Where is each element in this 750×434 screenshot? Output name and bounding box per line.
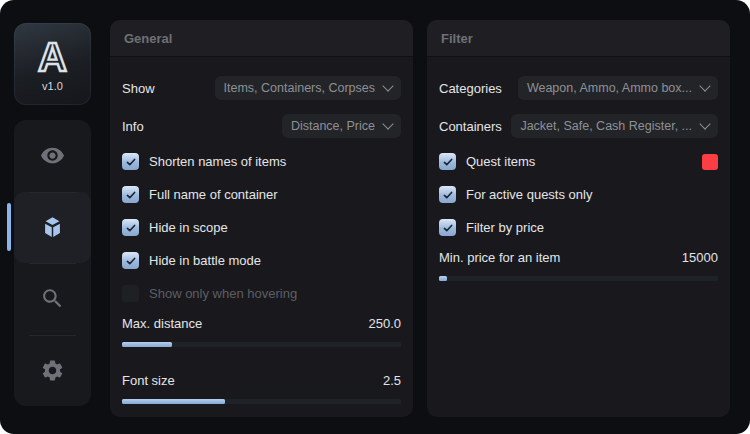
box-icon (40, 215, 65, 240)
info-label: Info (122, 119, 144, 134)
max-distance-label: Max. distance (122, 316, 202, 331)
check-icon (125, 156, 137, 168)
checkbox-label: For active quests only (466, 187, 592, 202)
min-price-slider[interactable] (439, 276, 718, 281)
containers-row: Containers Jacket, Safe, Cash Register, … (439, 107, 718, 145)
font-size-value: 2.5 (383, 373, 401, 388)
categories-row: Categories Weapon, Ammo, Ammo box... (439, 69, 718, 107)
nav-item-search[interactable] (14, 263, 91, 335)
show-dropdown[interactable]: Items, Containers, Corpses (215, 76, 401, 100)
slider-fill (122, 399, 225, 404)
checkbox-label: Filter by price (466, 220, 544, 235)
checkbox-label: Shorten names of items (149, 154, 286, 169)
checkbox-label: Hide in battle mode (149, 253, 261, 268)
info-dropdown[interactable]: Distance, Price (282, 114, 401, 138)
chevron-down-icon (382, 118, 393, 129)
chevron-down-icon (382, 80, 393, 91)
hide-in-battle-mode-checkbox[interactable] (122, 252, 139, 269)
checkbox-row: Hide in battle mode (122, 244, 401, 277)
check-icon (125, 255, 137, 267)
min-price-label: Min. price for an item (439, 250, 560, 265)
filter-panel-body: Categories Weapon, Ammo, Ammo box... Con… (427, 57, 730, 281)
info-dropdown-value: Distance, Price (291, 119, 375, 133)
filter-by-price-checkbox[interactable] (439, 219, 456, 236)
app-logo: A v1.0 (14, 23, 91, 105)
nav-item-settings[interactable] (14, 335, 91, 407)
font-size-label: Font size (122, 373, 175, 388)
checkbox-row: Quest items (439, 145, 718, 178)
max-distance-value: 250.0 (368, 316, 401, 331)
show-dropdown-value: Items, Containers, Corpses (224, 81, 375, 95)
checkbox-label: Hide in scope (149, 220, 228, 235)
check-icon (442, 156, 454, 168)
check-icon (442, 189, 454, 201)
containers-label: Containers (439, 119, 502, 134)
general-panel-body: Show Items, Containers, Corpses Info Dis… (110, 57, 413, 404)
categories-dropdown[interactable]: Weapon, Ammo, Ammo box... (518, 76, 718, 100)
checkbox-row: Full name of container (122, 178, 401, 211)
version-label: v1.0 (42, 80, 63, 92)
full-container-name-checkbox[interactable] (122, 186, 139, 203)
checkbox-row: Shorten names of items (122, 145, 401, 178)
checkbox-row: Filter by price (439, 211, 718, 244)
filter-panel-title: Filter (427, 20, 730, 57)
categories-label: Categories (439, 81, 502, 96)
quest-items-checkbox[interactable] (439, 153, 456, 170)
active-nav-indicator (7, 203, 11, 251)
slider-fill (122, 342, 172, 347)
max-distance-slider-block: Max. distance 250.0 (122, 310, 401, 347)
categories-dropdown-value: Weapon, Ammo, Ammo box... (527, 81, 692, 95)
show-row: Show Items, Containers, Corpses (122, 69, 401, 107)
sidebar: A v1.0 (14, 23, 91, 406)
font-size-slider-block: Font size 2.5 (122, 367, 401, 404)
general-panel-title: General (110, 20, 413, 57)
chevron-down-icon (699, 118, 710, 129)
checkbox-row: Show only when hovering (122, 277, 401, 310)
logo-letter: A (38, 37, 67, 77)
gear-icon (40, 358, 65, 383)
show-when-hovering-checkbox[interactable] (122, 285, 139, 302)
app-window: A v1.0 (0, 0, 750, 434)
min-price-value: 15000 (682, 250, 718, 265)
max-distance-slider[interactable] (122, 342, 401, 347)
min-price-slider-block: Min. price for an item 15000 (439, 244, 718, 281)
containers-dropdown-value: Jacket, Safe, Cash Register, ... (520, 119, 692, 133)
active-quests-only-checkbox[interactable] (439, 186, 456, 203)
eye-icon (40, 143, 65, 168)
nav-item-loot[interactable] (14, 192, 91, 264)
search-icon (40, 286, 65, 311)
font-size-slider[interactable] (122, 399, 401, 404)
check-icon (442, 222, 454, 234)
checkbox-label: Quest items (466, 154, 535, 169)
checkbox-label: Show only when hovering (149, 286, 297, 301)
chevron-down-icon (699, 80, 710, 91)
filter-panel: Filter Categories Weapon, Ammo, Ammo box… (427, 20, 730, 417)
containers-dropdown[interactable]: Jacket, Safe, Cash Register, ... (511, 114, 718, 138)
checkbox-row: Hide in scope (122, 211, 401, 244)
nav-item-visibility[interactable] (14, 120, 91, 192)
show-label: Show (122, 81, 155, 96)
quest-items-color-swatch[interactable] (702, 154, 718, 170)
hide-in-scope-checkbox[interactable] (122, 219, 139, 236)
slider-fill (439, 276, 447, 281)
sidebar-nav (14, 120, 91, 406)
checkbox-row: For active quests only (439, 178, 718, 211)
check-icon (125, 189, 137, 201)
check-icon (125, 222, 137, 234)
checkbox-label: Full name of container (149, 187, 278, 202)
shorten-names-checkbox[interactable] (122, 153, 139, 170)
general-panel: General Show Items, Containers, Corpses … (110, 20, 413, 417)
info-row: Info Distance, Price (122, 107, 401, 145)
